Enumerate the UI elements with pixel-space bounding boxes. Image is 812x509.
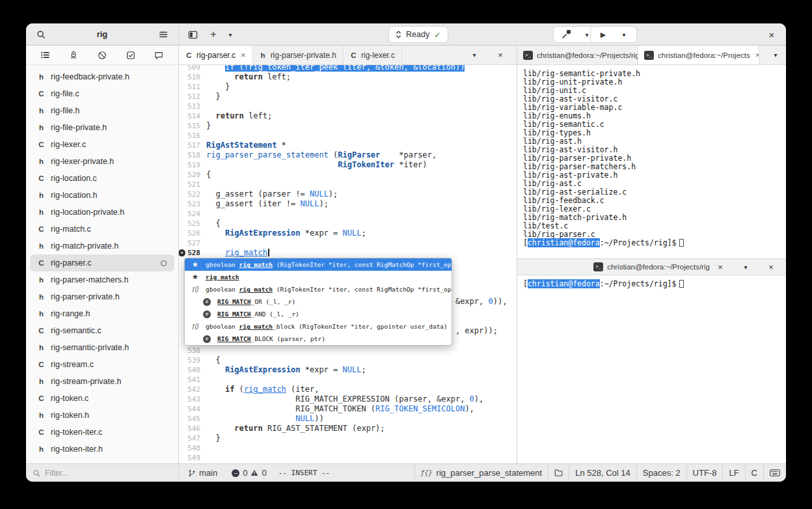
editor-tab[interactable]: Crig-lexer.c (344, 46, 402, 64)
line-number[interactable]: 519 (179, 160, 205, 170)
line-number[interactable]: 523 (179, 199, 205, 209)
line-number[interactable]: 542 (179, 385, 205, 394)
line-number[interactable]: 513 (179, 102, 205, 111)
cursor-position-button[interactable]: Ln 528, Col 14 (569, 464, 636, 481)
file-row[interactable]: hrig-file-private.h (30, 119, 174, 136)
file-row[interactable]: hrig-location-private.h (30, 204, 174, 221)
completion-item[interactable]: #RIG_MATCH_AND (_l, _r) (185, 308, 452, 320)
line-number[interactable]: 512 (179, 92, 205, 102)
diagnostics-tab[interactable] (94, 47, 111, 64)
indentation-button[interactable]: Spaces: 2 (636, 464, 686, 481)
terminal-tab-list-dropdown[interactable]: ▾ (767, 47, 784, 64)
todo-tab[interactable] (122, 47, 139, 64)
completion-item[interactable]: ƒ{}gboolean rig_match_block (RigTokenIte… (185, 320, 452, 333)
line-number[interactable]: 511 (179, 82, 205, 92)
line-number[interactable]: 525 (179, 219, 205, 228)
completion-item[interactable]: ƒ{}gboolean rig_match (RigTokenIter *ite… (185, 283, 452, 296)
new-tab-button[interactable]: + (205, 26, 222, 43)
file-row[interactable]: Crig-lexer.c (30, 136, 174, 153)
build-button[interactable] (558, 26, 575, 43)
new-tab-dropdown[interactable]: ▾ (222, 26, 239, 43)
toggle-panel-button[interactable] (184, 26, 201, 43)
line-number[interactable]: 518 (179, 150, 205, 160)
file-row[interactable]: hrig-feedback-private.h (30, 68, 174, 85)
project-folder-button[interactable] (548, 464, 569, 481)
line-number[interactable]: 548 (179, 443, 205, 453)
file-row[interactable]: hrig-semantic-private.h (30, 339, 174, 356)
current-symbol-button[interactable]: ƒ{} rig_parser_parse_statement (414, 464, 548, 481)
line-number[interactable]: 545 (179, 414, 205, 424)
line-number[interactable]: 527 (179, 238, 205, 248)
comments-tab[interactable] (150, 47, 167, 64)
file-row[interactable]: hrig-range.h (30, 305, 174, 322)
editor-tab[interactable]: Crig-parser.c× (179, 46, 253, 64)
build-status-button[interactable]: Ready ✓ (388, 26, 448, 43)
language-button[interactable]: C (745, 464, 763, 481)
code-editor[interactable]: 509 if (!rig_token_iter_peek (iter, &tok… (179, 65, 517, 463)
completion-item[interactable]: ★rig_match (185, 271, 452, 283)
project-tree-tab[interactable] (37, 47, 54, 64)
file-row[interactable]: Crig-semantic.c (30, 322, 174, 339)
encoding-button[interactable]: UTF-8 (686, 464, 723, 481)
file-row[interactable]: Crig-location.c (30, 170, 174, 187)
terminal-bottom-dropdown[interactable]: ▾ (737, 258, 754, 275)
line-number[interactable]: 547 (179, 433, 205, 443)
search-button[interactable] (33, 26, 49, 43)
file-row[interactable]: hrig-file.h (30, 102, 174, 119)
line-number[interactable]: 517 (179, 141, 205, 150)
terminal-bottom-close[interactable]: × (763, 258, 779, 275)
line-ending-button[interactable]: LF (722, 464, 744, 481)
keyboard-button[interactable] (763, 464, 786, 481)
file-row[interactable]: Crig-parser.c (30, 255, 174, 271)
file-row[interactable]: hrig-stream-private.h (30, 373, 174, 390)
file-row[interactable]: hrig-match-private.h (30, 238, 174, 255)
editor-tab[interactable]: hrig-parser-private.h (253, 46, 344, 64)
window-close-button[interactable]: × (763, 26, 780, 43)
file-row[interactable]: Crig-stream.c (30, 356, 174, 373)
file-row[interactable]: hrig-lexer-private.h (30, 153, 174, 170)
terminal-output-top[interactable]: lib/rig-semantic-private.hlib/rig-unit-p… (517, 65, 786, 258)
terminal-tab[interactable]: >_christian@fedora:~/Projects/rig (517, 46, 638, 64)
editor-tab-list-dropdown[interactable]: ▾ (466, 47, 483, 64)
line-number[interactable]: 516 (179, 131, 205, 141)
line-number[interactable]: 515 (179, 121, 205, 131)
completion-item[interactable]: ★gboolean rig_match (RigTokenIter *iter,… (185, 258, 452, 271)
file-row[interactable]: Crig-token.c (30, 390, 174, 407)
run-dropdown[interactable]: ▾ (616, 26, 632, 43)
line-number[interactable]: 543 (179, 394, 205, 404)
run-button[interactable]: ▶ (595, 26, 612, 43)
file-row[interactable]: Crig-token-iter.c (30, 424, 174, 441)
file-row[interactable]: hrig-token.h (30, 407, 174, 424)
line-number[interactable]: 522 (179, 189, 205, 199)
line-number[interactable]: 524 (179, 209, 205, 219)
tab-close-icon[interactable]: × (241, 50, 246, 60)
line-number[interactable]: 510 (179, 72, 205, 82)
branch-button[interactable]: main (185, 465, 220, 482)
terminal-tab[interactable]: >_christian@fedora:~/Projects× (638, 46, 759, 64)
file-list[interactable]: hrig-feedback-private.hCrig-file.chrig-f… (26, 65, 178, 463)
build-targets-tab[interactable] (65, 47, 82, 64)
line-number[interactable]: ×528 (179, 248, 205, 258)
file-row[interactable]: Crig-file.c (30, 85, 174, 102)
line-number[interactable]: 538 (179, 346, 205, 355)
line-number[interactable]: 514 (179, 111, 205, 121)
filter-input[interactable] (45, 469, 172, 478)
line-number[interactable]: 549 (179, 453, 205, 463)
file-row[interactable]: hrig-parser-matchers.h (30, 271, 174, 288)
completion-item[interactable]: #RIG_MATCH_OR (_l, _r) (185, 296, 452, 308)
file-row[interactable]: hrig-location.h (30, 187, 174, 204)
file-row[interactable]: hrig-parser-private.h (30, 288, 174, 305)
line-number[interactable]: 521 (179, 180, 205, 189)
completion-item[interactable]: #RIG_MATCH_BLOCK (parser, ptr) (185, 333, 452, 345)
line-number[interactable]: 539 (179, 355, 205, 365)
terminal-bottom-tab[interactable]: >_ christian@fedora:~/Projects/rig × ▾ × (517, 258, 786, 275)
file-row[interactable]: Crig-match.c (30, 221, 174, 238)
file-row[interactable]: hrig-token-iter.h (30, 441, 174, 458)
line-number[interactable]: 540 (179, 365, 205, 375)
diagnostics-button[interactable]: – 0 0 (229, 465, 269, 482)
editor-pane-close-button[interactable]: × (492, 47, 509, 64)
line-number[interactable]: 546 (179, 424, 205, 433)
line-number[interactable]: 509 (179, 65, 205, 72)
breakpoint-icon[interactable]: × (179, 249, 185, 256)
terminal-bottom-tab-close[interactable]: × (712, 258, 729, 275)
